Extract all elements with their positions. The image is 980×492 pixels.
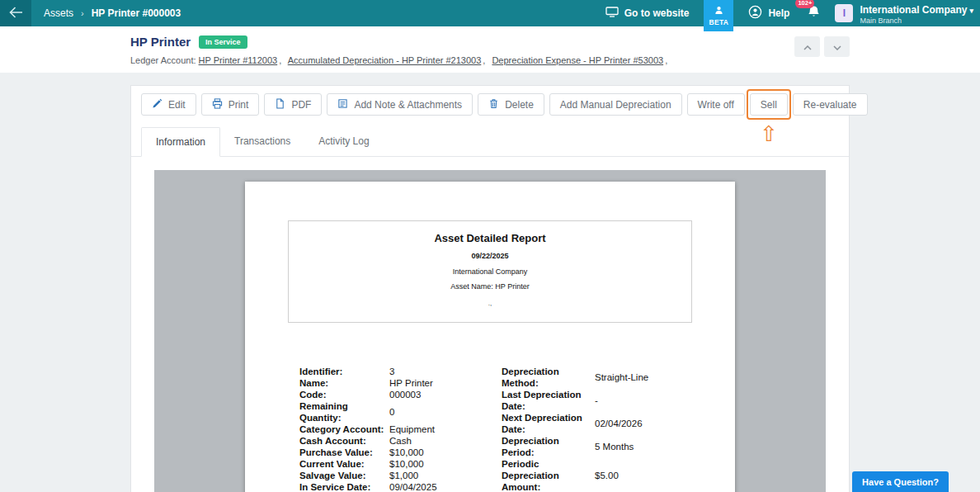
field-value: Straight-Line (594, 371, 648, 383)
print-button[interactable]: Print (201, 93, 260, 116)
field-value: $10,000 (389, 447, 424, 458)
tab-activity-log[interactable]: Activity Log (304, 127, 383, 157)
field-label: Purchase Value: (299, 447, 389, 458)
re-evaluate-button[interactable]: Re-evaluate (793, 93, 868, 116)
field-label: Remaining Quantity: (299, 400, 389, 423)
ledger-separator: , (483, 55, 485, 65)
field-label: Category Account: (299, 423, 389, 435)
report-details-right-column: Depreciation Method:Straight-Line Last D… (502, 366, 695, 492)
field-label: Identifier: (299, 366, 389, 377)
person-icon (714, 6, 723, 17)
field-value: 02/04/2026 (594, 418, 643, 429)
pdf-file-icon (275, 98, 285, 111)
help-label: Help (768, 7, 789, 19)
report-field-row: Name:HP Printer (299, 377, 502, 389)
button-label: Sell (761, 99, 777, 111)
report-field-row: Code:000003 (299, 389, 502, 400)
button-label: Write off (698, 99, 734, 111)
asset-card: Edit Print PDF Add Note & Attachments De… (130, 85, 850, 492)
nav-up-button[interactable] (794, 36, 820, 57)
help-button[interactable]: Help (748, 0, 789, 26)
avatar: I (835, 4, 853, 22)
up-arrow-annotation-icon: ⇧ (760, 123, 778, 144)
field-label: Depreciation Period: (502, 435, 594, 458)
field-value: $5.00 (594, 470, 619, 481)
record-navigation (794, 36, 850, 57)
report-field-row: In Service Date:09/04/2025 (299, 481, 502, 492)
breadcrumb-parent[interactable]: Assets (44, 7, 73, 19)
company-name: International Company (860, 4, 967, 16)
printer-icon (212, 98, 223, 111)
button-label: PDF (291, 99, 311, 111)
button-label: Print (229, 99, 249, 111)
sell-button[interactable]: Sell (750, 93, 788, 116)
report-title: Asset Detailed Report (297, 232, 683, 244)
button-label: Add Note & Attachments (354, 99, 462, 111)
main-content: Edit Print PDF Add Note & Attachments De… (0, 73, 980, 492)
beta-badge: BETA (704, 0, 733, 31)
monitor-icon (605, 7, 619, 20)
breadcrumb-current: HP Printer #000003 (92, 7, 181, 19)
field-label: In Service Date: (299, 481, 389, 492)
field-value: Cash (389, 435, 412, 447)
field-value: 0 (389, 406, 394, 418)
report-asset-name: Asset Name: HP Printer (297, 282, 683, 291)
ledger-separator: , (279, 55, 281, 65)
beta-label: BETA (709, 18, 729, 26)
report-field-row: Current Value:$10,000 (299, 458, 502, 470)
field-label: Cash Account: (299, 435, 389, 447)
tab-transactions[interactable]: Transactions (220, 127, 304, 157)
company-block: International Company▾ Main Branch (860, 2, 973, 26)
report-field-row: Next Depreciation Date:02/04/2026 (502, 412, 695, 435)
report-details: Identifier:3 Name:HP Printer Code:000003… (299, 366, 735, 492)
button-label: Edit (168, 99, 186, 111)
back-arrow-icon (9, 7, 23, 21)
tab-information[interactable]: Information (141, 127, 220, 157)
add-manual-depreciation-button[interactable]: Add Manual Depreciation (549, 93, 682, 116)
button-label: Add Manual Depreciation (560, 99, 671, 111)
report-field-row: Salvage Value:$1,000 (299, 470, 502, 481)
notification-badge: 102+ (795, 0, 814, 8)
note-icon (337, 98, 348, 111)
report-field-row: Purchase Value:$10,000 (299, 447, 502, 458)
delete-button[interactable]: Delete (478, 93, 544, 116)
tab-bar: Information Transactions Activity Log (131, 127, 849, 157)
add-note-attachments-button[interactable]: Add Note & Attachments (327, 93, 473, 116)
edit-button[interactable]: Edit (141, 93, 196, 116)
ledger-link-1[interactable]: HP Printer #112003 (199, 55, 278, 65)
report-field-row: Category Account:Equipment (299, 423, 502, 435)
nav-down-button[interactable] (824, 36, 850, 57)
ledger-label: Ledger Account: (130, 55, 196, 65)
field-value: Equipment (389, 423, 435, 435)
go-to-website-link[interactable]: Go to website (605, 0, 690, 26)
trash-icon (488, 98, 499, 111)
ledger-link-2[interactable]: Accumulated Depreciation - HP Printer #2… (288, 55, 482, 65)
sell-button-wrapper: Sell ⇧ (750, 93, 788, 116)
pencil-icon (152, 98, 163, 111)
field-label: Salvage Value: (299, 470, 389, 481)
back-button[interactable] (0, 0, 31, 26)
field-label: Last Depreciation Date: (502, 389, 594, 412)
button-label: Delete (505, 99, 534, 111)
write-off-button[interactable]: Write off (687, 93, 745, 116)
field-value: HP Printer (389, 377, 433, 389)
chevron-up-icon (803, 40, 812, 53)
breadcrumb-separator: › (81, 8, 84, 18)
field-label: Next Depreciation Date: (502, 412, 594, 435)
notifications-button[interactable]: 102+ (808, 0, 820, 26)
have-a-question-button[interactable]: Have a Question? (852, 471, 949, 492)
ledger-separator: , (665, 55, 667, 65)
ledger-link-3[interactable]: Depreciation Expense - HP Printer #53003 (492, 55, 663, 65)
field-value: 000003 (389, 389, 421, 400)
field-label: Current Value: (299, 458, 389, 470)
report-field-row: Cash Account:Cash (299, 435, 502, 447)
pdf-button[interactable]: PDF (264, 93, 322, 116)
report-dots: ., (297, 300, 683, 307)
field-label: Depreciation Method: (502, 366, 594, 389)
report-date: 09/22/2025 (297, 252, 683, 260)
report-field-row: Depreciation Method:Straight-Line (502, 366, 695, 389)
chevron-down-icon: ▾ (969, 7, 973, 15)
account-menu[interactable]: I International Company▾ Main Branch (835, 0, 973, 26)
branch-name: Main Branch (860, 17, 973, 25)
report-details-left-column: Identifier:3 Name:HP Printer Code:000003… (299, 366, 502, 492)
